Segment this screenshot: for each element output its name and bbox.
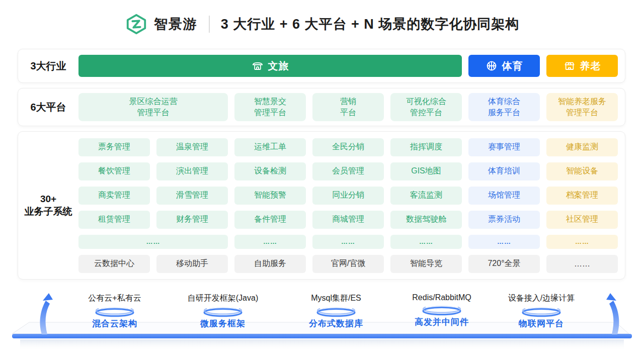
subsystem-chip: 设备检测 [234,162,306,180]
platform-card: 可视化综合 管控平台 [390,93,462,121]
subsystem-chip: 指挥调度 [390,138,462,156]
subsystem-chip: …… [312,235,384,249]
industries-section: 3大行业 文旅体育养老 [18,49,625,83]
subsystem-chip: 档案管理 [546,187,618,205]
industry-button-blue[interactable]: 体育 [468,55,540,77]
foundation-platform-label: 微服务框架 [165,318,281,329]
foundation-tech-label: 设备接入/边缘计算 [484,293,599,304]
subsystem-chip: 运维工单 [234,138,306,156]
cloud-stack-icon [384,304,500,316]
foundation-item: 设备接入/边缘计算物联网平台 [484,293,599,329]
subsystem-chip: 票券活动 [468,211,540,229]
subsystem-chip: 智能导览 [390,255,462,273]
page-header: 智景游 3 大行业 + 6 大平台 + N 场景的数字化协同架构 [0,11,644,37]
foundation-tech-label: Mysql集群/ES [278,293,394,304]
header-divider [209,16,210,33]
subsystem-chip: GIS地图 [390,162,462,180]
platforms-section: 6大平台 景区综合运营 管理平台智慧景交 管理平台营销 平台可视化综合 管控平台… [18,88,625,126]
subsystem-chip: …… [234,235,306,249]
subsystem-chip: 智能预警 [234,187,306,205]
industry-button-green[interactable]: 文旅 [78,55,462,77]
foundation-platform-label: 分布式数据库 [278,318,394,329]
subsystem-chip: 赛事管理 [468,138,540,156]
subsystem-chip: 票务管理 [78,138,150,156]
industries-label: 3大行业 [18,59,78,72]
subsystem-chip: 餐饮管理 [78,162,150,180]
basketball-icon [486,60,498,72]
foundation-platform-label: 混合云架构 [57,318,173,329]
foundation-platform-label: 物联网平台 [484,318,599,329]
platform-card: 营销 平台 [312,93,384,121]
industry-label: 体育 [502,59,523,73]
subsystem-chip: 商卖管理 [78,187,150,205]
cloud-stack-icon [484,305,599,317]
platforms-grid: 景区综合运营 管理平台智慧景交 管理平台营销 平台可视化综合 管控平台体育综合 … [78,93,618,121]
subsystems-grid: 票务管理温泉管理运维工单全民分销指挥调度赛事管理健康监测餐饮管理演出管理设备检测… [78,138,618,273]
subsystem-chip: 同业分销 [312,187,384,205]
subsystem-chip: 体育培训 [468,162,540,180]
subsystem-chip: 移动助手 [156,255,228,273]
subsystem-chip: 健康监测 [546,138,618,156]
subsystem-chip: 演出管理 [156,162,228,180]
cloud-stack-icon [57,305,173,317]
subsystem-chip: 商城管理 [312,211,384,229]
subsystem-chip: 数据驾驶舱 [390,211,462,229]
subsystem-chip: 滑雪管理 [156,187,228,205]
page-title: 3 大行业 + 6 大平台 + N 场景的数字化协同架构 [221,15,520,33]
platform-card: 景区综合运营 管理平台 [78,93,228,121]
platform-shadow [20,339,624,350]
subsystem-chip: …… [546,235,618,249]
platform-card: 智能养老服务 管理平台 [546,93,618,121]
subsystem-chip: 智能设备 [546,162,618,180]
subsystem-chip: 720°全景 [468,255,540,273]
subsystem-chip: 财务管理 [156,211,228,229]
subsystem-chip: …… [390,235,462,249]
foundation-item: 自研开发框架(Java)微服务框架 [165,293,281,329]
foundation-tech-label: 自研开发框架(Java) [165,293,281,304]
foundation-section: 公有云+私有云混合云架构自研开发框架(Java)微服务框架Mysql集群/ES分… [0,284,644,362]
pagoda-icon [252,60,264,72]
subsystems-section: 30+ 业务子系统 票务管理温泉管理运维工单全民分销指挥调度赛事管理健康监测餐饮… [18,131,625,280]
platform-bar [12,334,632,338]
subsystem-chip: 温泉管理 [156,138,228,156]
subsystem-chip: 社区管理 [546,211,618,229]
brand-logo-icon [125,13,148,36]
subsystem-chip: 官网/官微 [312,255,384,273]
platform-card: 体育综合 服务平台 [468,93,540,121]
foundation-item: Redis/RabbitMQ高发并中间件 [384,293,500,328]
subsystem-chip: …… [468,235,540,249]
cloud-stack-icon [278,305,394,317]
subsystems-label: 30+ 业务子系统 [18,193,78,218]
foundation-tech-label: 公有云+私有云 [57,293,173,304]
subsystem-chip: 租赁管理 [78,211,150,229]
foundation-tech-label: Redis/RabbitMQ [384,293,500,302]
industry-label: 文旅 [268,59,289,73]
platform-card: 智慧景交 管理平台 [234,93,306,121]
industries-grid: 文旅体育养老 [78,55,618,77]
subsystem-chip: 会员管理 [312,162,384,180]
foundation-item: Mysql集群/ES分布式数据库 [278,293,394,329]
subsystem-chip: …… [546,255,618,273]
industry-button-yellow[interactable]: 养老 [546,55,618,77]
subsystem-chip: 云数据中心 [78,255,150,273]
cloud-stack-icon [165,305,281,317]
subsystem-chip: …… [78,235,228,249]
nursing-home-icon [564,60,576,72]
subsystem-chip: 场馆管理 [468,187,540,205]
brand-name: 智景游 [154,15,198,33]
subsystem-chip: 客流监测 [390,187,462,205]
platforms-label: 6大平台 [18,101,78,114]
foundation-platform-label: 高发并中间件 [384,316,500,328]
subsystem-chip: 备件管理 [234,211,306,229]
foundation-item: 公有云+私有云混合云架构 [57,293,173,329]
subsystem-chip: 自助服务 [234,255,306,273]
industry-label: 养老 [580,59,601,73]
subsystem-chip: 全民分销 [312,138,384,156]
